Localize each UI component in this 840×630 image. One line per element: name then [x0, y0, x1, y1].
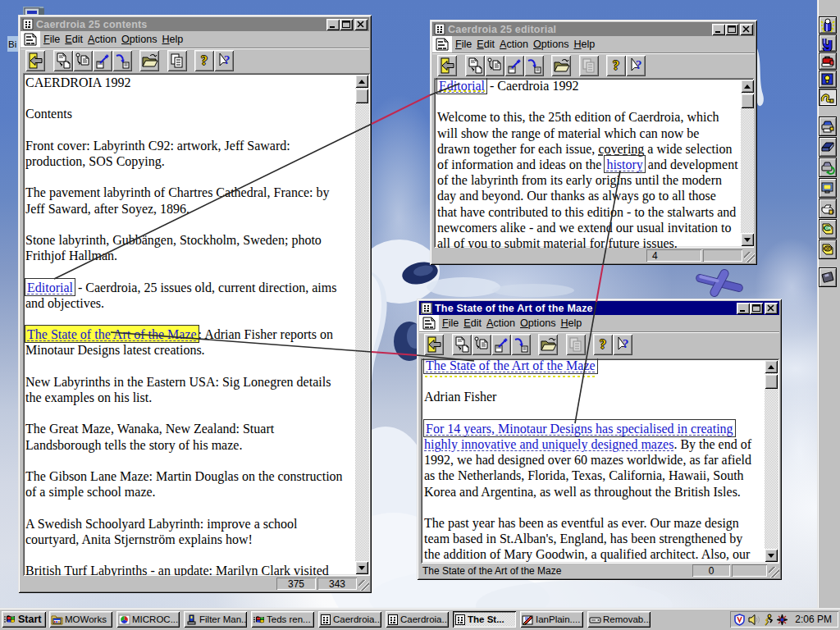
svg-text:OFF: OFF	[824, 246, 833, 251]
svg-text:ON: ON	[825, 226, 832, 231]
svg-text:?: ?	[636, 58, 642, 71]
svg-text:?: ?	[623, 337, 629, 350]
svg-text:?: ?	[224, 53, 231, 66]
svg-text:Bi: Bi	[8, 39, 16, 49]
